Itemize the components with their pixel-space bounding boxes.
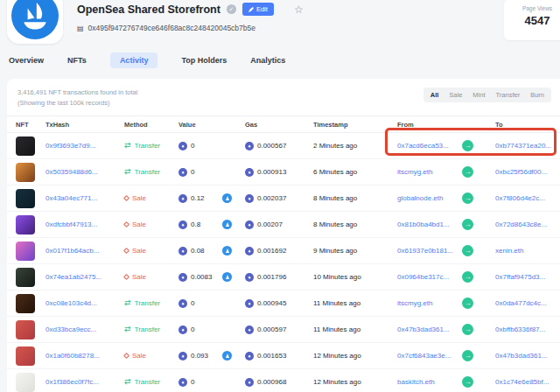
tab-activity[interactable]: Activity (110, 52, 158, 68)
txhash-link[interactable]: 0x50359488d6... (46, 168, 124, 176)
method-icon (123, 353, 130, 359)
to-address-link[interactable]: xenin.eth (495, 247, 560, 255)
txhash-link[interactable]: 0x43a04ec771... (46, 194, 124, 202)
page-views-card: Page Views 4547 (504, 0, 560, 40)
tab-overview[interactable]: Overview (9, 56, 44, 65)
filter-all[interactable]: All (430, 91, 439, 99)
eth-icon (245, 168, 254, 177)
gas-cell: 0.001796 (245, 273, 313, 282)
nft-thumbnail[interactable] (16, 163, 35, 182)
verified-badge-icon: ✓ (227, 4, 236, 14)
eth-icon (178, 299, 187, 308)
gas-cell: 0.001653 (245, 352, 313, 360)
eth-icon (245, 299, 254, 308)
from-address-link[interactable]: 0x7cf6843ae3e... (397, 352, 462, 360)
gas-cell: 0.000597 (245, 326, 313, 334)
method-badge: Sale (124, 352, 178, 360)
gas-cell: 0.000945 (245, 299, 313, 308)
filter-burn[interactable]: Burn (530, 91, 544, 99)
col-header-from: From (397, 121, 462, 129)
method-icon (123, 248, 130, 254)
edit-button[interactable]: Edit (242, 3, 274, 16)
star-icon[interactable]: ☆ (294, 4, 304, 16)
method-badge: Sale (124, 194, 178, 202)
nft-thumbnail[interactable] (16, 215, 35, 234)
to-address-link[interactable]: 0x47b3dad361... (495, 352, 560, 360)
txhash-link[interactable]: 0x1a0f60b8278... (46, 352, 124, 360)
eth-icon (245, 194, 254, 203)
gas-cell: 0.00207 (245, 220, 313, 229)
arrow-right-icon (462, 350, 473, 361)
to-address-link[interactable]: 0x1c74e6e85bf... (495, 378, 560, 386)
method-badge: Transfer (124, 142, 178, 150)
from-address-link[interactable]: 0x0964be317c... (397, 273, 462, 281)
method-badge: Transfer (124, 378, 178, 386)
value-cell: 0 (178, 142, 222, 150)
txhash-link[interactable]: 0x9f3693e7d9... (46, 142, 124, 150)
arrow-right-icon (462, 245, 473, 256)
table-row: 0x50359488d6... Transfer 0 0.000913 6 Mi… (7, 159, 560, 186)
to-address-link[interactable]: 0x0da477dc4c... (495, 299, 560, 307)
txhash-link[interactable]: 0x74ea1ab2475... (46, 273, 124, 281)
to-address-link[interactable]: 0x72d8643c8e... (495, 220, 560, 228)
arrow-right-icon (462, 219, 473, 230)
method-icon (124, 142, 131, 150)
nft-thumbnail[interactable] (16, 373, 35, 392)
nft-thumbnail[interactable] (16, 320, 35, 340)
txhash-link[interactable]: 0xd33bca9ecc... (46, 326, 124, 333)
from-address-link[interactable]: 0x47b3dad361... (397, 326, 462, 333)
method-badge: Sale (124, 273, 178, 281)
gas-cell: 0.000567 (245, 142, 313, 150)
nft-thumbnail[interactable] (16, 346, 35, 366)
txhash-link[interactable]: 0xc08e103c4d... (46, 299, 124, 307)
timestamp: 2 Minutes ago (313, 142, 397, 150)
nft-thumbnail[interactable] (16, 268, 35, 287)
to-address-link[interactable]: 0xb774371ea20... (495, 142, 560, 150)
from-address-link[interactable]: baskitch.eth (397, 378, 462, 386)
to-address-link[interactable]: 0xbc25f56df00... (495, 168, 560, 176)
filter-transfer[interactable]: Transfer (496, 91, 521, 99)
to-address-link[interactable]: 0xbffb6336f87... (495, 326, 560, 333)
tab-nfts[interactable]: NFTs (67, 56, 87, 65)
nft-thumbnail[interactable] (16, 189, 35, 208)
nft-thumbnail[interactable] (16, 242, 35, 261)
eth-icon (178, 142, 187, 150)
arrow-right-icon (462, 271, 473, 283)
from-address-link[interactable]: itscmyg.eth (397, 299, 462, 307)
method-icon (124, 326, 131, 333)
tab-analytics[interactable]: Analytics (250, 56, 285, 65)
from-address-link[interactable]: itscmyg.eth (397, 168, 462, 176)
table-row: 0x1a0f60b8278... Sale 0.093 0.001653 12 … (7, 343, 560, 369)
arrow-right-icon (462, 166, 473, 178)
txhash-link[interactable]: 0x017f1b64acb... (46, 247, 124, 255)
gas-cell: 0.001692 (245, 247, 313, 256)
opensea-platform-icon (222, 193, 232, 203)
from-address-link[interactable]: 0x61937e0b181... (397, 247, 462, 255)
method-icon (124, 168, 131, 176)
nft-thumbnail[interactable] (16, 294, 35, 313)
nft-thumbnail[interactable] (16, 136, 35, 156)
arrow-right-icon (462, 192, 473, 204)
to-address-link[interactable]: 0x7ffaf9475d3... (495, 273, 560, 281)
arrow-right-icon (462, 324, 473, 335)
filter-sale[interactable]: Sale (449, 91, 462, 99)
eth-icon (178, 194, 187, 203)
from-address-link[interactable]: globalnode.eth (397, 194, 462, 202)
contract-address[interactable]: 0x495f947276749ce646f68ac8c248420045cb7b… (88, 24, 256, 32)
from-address-link[interactable]: 0x81b0ba4bd1... (397, 220, 462, 228)
event-filter-group: All Sale Mint Transfer Burn (424, 88, 551, 102)
table-row: 0x43a04ec771... Sale 0.12 0.002037 8 Min… (7, 186, 560, 212)
eth-icon (245, 326, 254, 334)
txhash-link[interactable]: 0x1f386ec0f7fc... (46, 378, 124, 386)
eth-icon (245, 273, 254, 282)
value-cell: 0 (178, 326, 222, 334)
txhash-link[interactable]: 0xdfcbbf47913... (46, 220, 124, 228)
table-row: 0x1f386ec0f7fc... Transfer 0 0.000968 12… (7, 369, 560, 392)
from-address-link[interactable]: 0x7acd6eca53... (397, 142, 462, 150)
method-badge: Transfer (124, 299, 178, 307)
filter-mint[interactable]: Mint (472, 91, 485, 99)
eth-icon (178, 220, 187, 229)
tab-top-holders[interactable]: Top Holders (181, 56, 227, 65)
collection-logo[interactable] (7, 0, 63, 44)
to-address-link[interactable]: 0x7f806d4e2c... (495, 194, 560, 202)
